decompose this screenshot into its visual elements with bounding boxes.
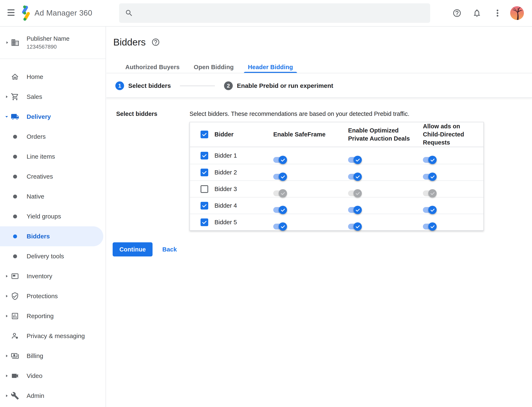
sidebar: Publisher Name 1234567890 HomeSalesDeliv… xyxy=(0,27,106,407)
chart-icon xyxy=(11,312,19,320)
notifications-icon[interactable] xyxy=(472,8,482,18)
step-1-label: Select bidders xyxy=(128,82,171,89)
bidder-name: Bidder 2 xyxy=(214,169,237,176)
sidebar-item-orders[interactable]: Orders xyxy=(0,127,105,147)
sidebar-item-label: Orders xyxy=(27,133,46,140)
step-1-indicator: 1 xyxy=(115,81,124,90)
bullet-icon xyxy=(13,235,17,238)
column-header-optimized-deals: Enable Optimized Private Auction Deals xyxy=(348,126,423,143)
search-input[interactable] xyxy=(139,9,430,17)
sidebar-item-delivery-tools[interactable]: Delivery tools xyxy=(0,246,105,266)
tab-bar: Authorized Buyers Open Bidding Header Bi… xyxy=(118,61,300,73)
sidebar-item-label: Sales xyxy=(27,93,42,100)
search-icon xyxy=(125,9,133,17)
sidebar-item-native[interactable]: Native xyxy=(0,187,105,206)
sidebar-item-bidders[interactable]: Bidders xyxy=(0,226,103,246)
app-title: Ad Manager 360 xyxy=(34,0,92,26)
section-description: Select bidders. These recommendations ar… xyxy=(190,110,409,117)
main-content: Bidders Authorized Buyers Open Bidding H… xyxy=(106,27,532,407)
chevron-right-icon[interactable] xyxy=(5,354,9,358)
menu-icon[interactable] xyxy=(8,9,15,16)
help-icon[interactable] xyxy=(452,8,461,18)
sidebar-item-home[interactable]: Home xyxy=(0,67,105,87)
column-header-bidder: Bidder xyxy=(214,130,234,139)
account-avatar[interactable] xyxy=(510,6,524,20)
chevron-right-icon[interactable] xyxy=(5,294,9,298)
table-row: Bidder 3 xyxy=(190,180,483,197)
sidebar-item-yield-groups[interactable]: Yield groups xyxy=(0,206,105,226)
bullet-icon xyxy=(13,155,17,159)
chevron-right-icon[interactable] xyxy=(5,314,9,318)
row-checkbox[interactable] xyxy=(201,202,208,210)
publisher-selector[interactable]: Publisher Name 1234567890 xyxy=(0,27,105,59)
tab-authorized-buyers[interactable]: Authorized Buyers xyxy=(118,61,187,73)
sidebar-item-line-items[interactable]: Line items xyxy=(0,147,105,166)
toggle-thumb xyxy=(279,156,287,164)
chevron-right-icon[interactable] xyxy=(5,394,9,398)
bullet-icon xyxy=(13,175,17,179)
truck-icon xyxy=(11,113,19,121)
sidebar-item-protections[interactable]: Protections xyxy=(0,286,105,306)
publisher-id: 1234567890 xyxy=(27,44,69,50)
back-button[interactable]: Back xyxy=(161,242,178,257)
toggle-thumb xyxy=(428,222,437,231)
sidebar-item-label: Video xyxy=(27,372,42,379)
table-body: Bidder 1 Bidder 2 xyxy=(190,147,483,230)
person-icon xyxy=(11,332,19,340)
cart-icon xyxy=(11,93,19,101)
bidder-name: Bidder 1 xyxy=(214,152,237,159)
sidebar-item-label: Yield groups xyxy=(27,213,61,220)
sidebar-item-creatives[interactable]: Creatives xyxy=(0,166,105,187)
row-checkbox[interactable] xyxy=(201,219,208,226)
table-row: Bidder 4 xyxy=(190,197,483,214)
continue-button[interactable]: Continue xyxy=(113,242,153,257)
search-bar[interactable] xyxy=(119,3,430,23)
tab-open-bidding[interactable]: Open Bidding xyxy=(187,61,241,73)
table-row: Bidder 2 xyxy=(190,164,483,180)
sidebar-item-billing[interactable]: Billing xyxy=(0,346,105,366)
sidebar-item-label: Privacy & messaging xyxy=(27,332,85,339)
publisher-name: Publisher Name xyxy=(27,35,69,42)
section-label: Select bidders xyxy=(116,110,157,117)
sidebar-item-label: Home xyxy=(27,73,43,80)
page-help-icon[interactable] xyxy=(151,38,160,47)
tab-header-bidding[interactable]: Header Bidding xyxy=(241,61,300,73)
toggle-thumb xyxy=(354,172,362,181)
more-options-icon[interactable] xyxy=(493,8,502,18)
toggle-thumb xyxy=(354,206,362,214)
row-checkbox[interactable] xyxy=(201,185,208,193)
sidebar-item-label: Billing xyxy=(27,352,43,360)
stepper-divider xyxy=(106,98,532,98)
sidebar-item-label: Delivery tools xyxy=(27,253,64,260)
row-checkbox[interactable] xyxy=(201,169,208,176)
stepper: 1 Select bidders 2 Enable Prebid or run … xyxy=(115,81,333,90)
sidebar-item-reporting[interactable]: Reporting xyxy=(0,306,105,326)
sidebar-item-privacy-messaging[interactable]: Privacy & messaging xyxy=(0,326,105,346)
tabs-divider xyxy=(106,73,532,73)
toggle-thumb xyxy=(354,222,362,231)
chevron-right-icon[interactable] xyxy=(5,374,9,378)
chevron-right-icon[interactable] xyxy=(5,40,9,45)
chevron-right-icon[interactable] xyxy=(5,95,9,99)
row-checkbox[interactable] xyxy=(201,152,208,159)
home-icon xyxy=(11,73,19,81)
sidebar-nav: HomeSalesDeliveryOrdersLine itemsCreativ… xyxy=(0,67,105,406)
chevron-down-icon[interactable] xyxy=(5,115,9,119)
bullet-icon xyxy=(13,135,17,139)
bullet-icon xyxy=(13,214,17,219)
sidebar-item-video[interactable]: Video xyxy=(0,366,105,386)
sidebar-item-inventory[interactable]: Inventory xyxy=(0,266,105,286)
chevron-right-icon[interactable] xyxy=(5,274,9,278)
table-row: Bidder 5 xyxy=(190,214,483,230)
sidebar-item-label: Inventory xyxy=(27,273,52,280)
sidebar-item-delivery[interactable]: Delivery xyxy=(0,107,105,127)
sidebar-item-label: Delivery xyxy=(27,113,51,120)
sidebar-item-admin[interactable]: Admin xyxy=(0,386,105,406)
bullet-icon xyxy=(13,195,17,198)
bidders-table: Bidder Enable SafeFrame Enable Optimized… xyxy=(190,122,484,231)
toggle-thumb xyxy=(428,156,437,164)
building-icon xyxy=(11,38,20,47)
select-all-checkbox[interactable] xyxy=(201,131,208,138)
sidebar-item-sales[interactable]: Sales xyxy=(0,87,105,107)
sidebar-item-label: Native xyxy=(27,193,44,200)
